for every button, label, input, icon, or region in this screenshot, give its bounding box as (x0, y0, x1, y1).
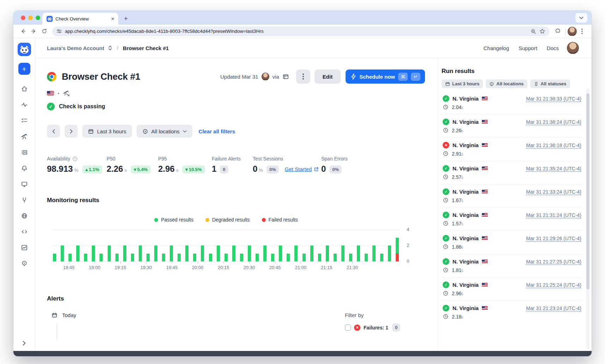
run-result-row[interactable]: ✓ N. Virginia Mar 31 21:31:24 (UTC-4) 1.… (442, 208, 582, 231)
schedule-now-button[interactable]: Schedule now ⌘ ↵ (346, 69, 425, 84)
chart-bar (185, 245, 188, 261)
chart-bar (178, 254, 181, 262)
tab-search-button[interactable] (575, 13, 587, 23)
checklist-icon (21, 117, 28, 124)
nav-docs[interactable]: Docs (547, 45, 559, 51)
run-timestamp-link[interactable]: Mar 31 21:23:24 (UTC-4) (526, 305, 581, 311)
run-timestamp-link[interactable]: Mar 31 21:35:24 (UTC-4) (526, 166, 581, 171)
clock-icon (443, 290, 449, 296)
run-result-row[interactable]: ✓ N. Virginia Mar 31 21:27:25 (UTC-4) 1.… (442, 254, 582, 278)
run-result-row[interactable]: ✕ N. Virginia Mar 31 21:36:18 (UTC-4) 2.… (442, 138, 582, 161)
tab-close-icon[interactable]: ✕ (111, 16, 115, 22)
minimize-window-button[interactable] (28, 16, 33, 20)
bell-icon (21, 165, 28, 172)
chart-bar (139, 245, 142, 261)
close-window-button[interactable] (21, 16, 25, 20)
sidebar-item-explore[interactable] (17, 128, 31, 144)
run-results-title: Run results (442, 68, 592, 75)
time-range-filter[interactable]: Last 3 hours (82, 125, 132, 138)
sidebar-item-private-locations[interactable] (17, 208, 31, 224)
reload-button[interactable] (39, 26, 49, 37)
clock-icon (443, 174, 449, 180)
forward-button[interactable] (28, 26, 39, 37)
failures-checkbox[interactable] (345, 324, 351, 330)
zoom-page-icon[interactable] (531, 29, 536, 34)
alerts-title: Alerts (47, 295, 438, 302)
run-timestamp-link[interactable]: Mar 31 21:25:24 (UTC-4) (526, 282, 581, 288)
traffic-light-icon (534, 81, 539, 86)
chart-bar (108, 245, 111, 261)
sidebar-item-home[interactable] (17, 81, 31, 97)
breadcrumb-account[interactable]: Laura's Demo Account (47, 45, 104, 51)
extensions-button[interactable] (552, 26, 563, 37)
chart-bar (279, 245, 282, 261)
next-period-button[interactable] (65, 125, 78, 138)
account-switcher[interactable] (108, 45, 113, 51)
sidebar-item-monitoring[interactable] (17, 97, 31, 113)
sidebar-item-alerts[interactable] (17, 160, 31, 176)
browser-menu-button[interactable] (577, 26, 587, 37)
back-button[interactable] (18, 26, 28, 37)
filter-badge-time[interactable]: Last 3 hours (442, 79, 483, 88)
stat-unit: % (74, 168, 78, 173)
chart-bar (256, 254, 259, 262)
run-duration-unit: s (460, 222, 463, 226)
clear-all-filters-link[interactable]: Clear all filters (199, 128, 235, 134)
nav-changelog[interactable]: Changelog (484, 45, 509, 51)
chart-bar (217, 245, 220, 261)
run-result-row[interactable]: ✓ N. Virginia Mar 31 21:38:24 (UTC-4) 2.… (442, 115, 582, 138)
more-actions-button[interactable] (296, 69, 310, 84)
sidebar-item-analytics[interactable] (17, 239, 31, 255)
user-avatar[interactable] (567, 42, 579, 54)
bookmark-star-icon[interactable] (539, 28, 545, 34)
run-result-row[interactable]: ✓ N. Virginia Mar 31 21:29:26 (UTC-4) 1.… (442, 231, 582, 254)
browser-tab[interactable]: Check Overview ✕ (42, 13, 118, 25)
run-result-row[interactable]: ✓ N. Virginia Mar 31 21:23:24 (UTC-4) 2.… (442, 301, 582, 324)
new-tab-button[interactable]: + (124, 15, 128, 22)
filter-badge-statuses[interactable]: All statuses (530, 79, 570, 88)
run-result-row[interactable]: ✓ N. Virginia Mar 31 21:38:33 (UTC-4) 2.… (442, 91, 582, 115)
edit-button[interactable]: Edit (315, 69, 341, 84)
chart-bar (115, 254, 119, 262)
sidebar-expand-button[interactable] (23, 341, 26, 346)
locations-filter[interactable]: All locations (137, 125, 192, 138)
sidebar-item-browser-checks[interactable] (17, 176, 31, 192)
url-text[interactable]: app.checklyhq.com/checks/e45dacab-8de1-4… (65, 29, 527, 34)
previous-period-button[interactable] (47, 125, 60, 138)
run-timestamp-link[interactable]: Mar 31 21:33:24 (UTC-4) (526, 189, 581, 195)
run-duration-unit: s (460, 291, 463, 296)
filter-badge-locations[interactable]: All locations (486, 79, 527, 88)
nav-support[interactable]: Support (519, 45, 537, 51)
run-result-row[interactable]: ✓ N. Virginia Mar 31 21:35:24 (UTC-4) 2.… (442, 161, 582, 184)
sidebar-item-runtimes[interactable] (17, 224, 31, 239)
run-result-row[interactable]: ✓ N. Virginia Mar 31 21:33:24 (UTC-4) 1.… (442, 184, 582, 208)
checkly-logo[interactable] (18, 43, 31, 56)
chart-bars (53, 230, 399, 261)
scrollbar-thumb[interactable] (586, 93, 589, 289)
create-new-button[interactable]: + (18, 63, 30, 75)
get-started-link[interactable]: Get Started (285, 166, 319, 172)
forward-icon (31, 28, 37, 34)
sidebar-item-locations[interactable] (17, 255, 31, 271)
us-flag-icon (482, 306, 488, 310)
site-settings-icon[interactable] (56, 29, 62, 34)
sidebar-item-maintenance[interactable] (17, 192, 31, 208)
run-timestamp-link[interactable]: Mar 31 21:36:18 (UTC-4) (526, 142, 581, 148)
chevron-left-icon (52, 129, 55, 134)
run-timestamp-link[interactable]: Mar 31 21:31:24 (UTC-4) (526, 212, 581, 218)
url-bar[interactable]: app.checklyhq.com/checks/e45dacab-8de1-4… (52, 26, 550, 36)
updated-by-avatar[interactable] (262, 73, 269, 80)
sidebar-item-checks[interactable] (17, 113, 31, 128)
run-timestamp-link[interactable]: Mar 31 21:38:33 (UTC-4) (526, 96, 581, 102)
run-timestamp-link[interactable]: Mar 31 21:38:24 (UTC-4) (526, 119, 581, 125)
zoom-window-button[interactable] (36, 16, 40, 20)
help-icon[interactable]: ? (72, 156, 78, 162)
sidebar-item-dashboards[interactable] (17, 144, 31, 160)
browser-profile-avatar[interactable] (568, 27, 577, 36)
run-timestamp-link[interactable]: Mar 31 21:29:26 (UTC-4) (526, 236, 581, 241)
run-result-row[interactable]: ✓ N. Virginia Mar 31 21:25:24 (UTC-4) 2.… (442, 278, 582, 301)
run-timestamp-link[interactable]: Mar 31 21:27:25 (UTC-4) (526, 259, 581, 265)
lightning-icon (351, 73, 356, 80)
us-flag-icon (482, 283, 488, 287)
run-results-panel: Run results Last 3 hours All locations (438, 58, 592, 356)
